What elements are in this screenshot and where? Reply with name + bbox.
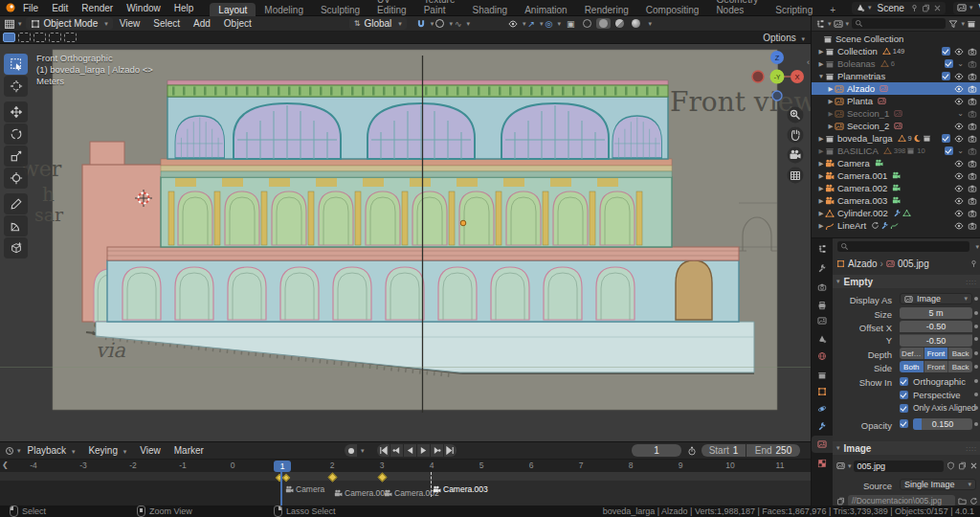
expand-icon[interactable]: ▶ — [827, 85, 835, 93]
tool-rotate[interactable] — [4, 124, 28, 145]
tab-collection[interactable] — [812, 367, 833, 384]
outliner-row-camera[interactable]: ▶ Camera — [812, 157, 980, 169]
play-reverse-button[interactable] — [404, 444, 416, 457]
exclude-checkbox[interactable] — [942, 134, 950, 143]
hide-eye-icon[interactable] — [954, 209, 964, 218]
outliner-row-alzado[interactable]: ▶ Alzado — [812, 82, 980, 95]
expand-icon[interactable]: ▶ — [827, 110, 835, 118]
tool-scale[interactable] — [4, 146, 28, 167]
tab-compositing[interactable]: Compositing — [637, 3, 708, 16]
outliner-row-seccion-2[interactable]: ▶ Seccion_2 — [812, 120, 980, 132]
exclude-checkbox[interactable] — [942, 72, 950, 80]
channel-expand-arrow[interactable]: ❮ — [2, 461, 9, 469]
expand-icon[interactable]: ▶ — [827, 123, 835, 130]
transform-orientation-dropdown[interactable]: ⇅ Global ▾ — [349, 17, 407, 30]
image-browse-icon[interactable] — [836, 461, 845, 470]
orthographic-toggle-button[interactable] — [788, 168, 804, 184]
overlays-icon[interactable]: ◎ — [546, 19, 553, 29]
tool-add-cube[interactable] — [4, 237, 28, 258]
animate-dot[interactable] — [974, 406, 978, 410]
open-folder-icon[interactable] — [958, 497, 967, 506]
axis-neg-z-ball[interactable] — [772, 91, 782, 101]
shading-solid-button[interactable] — [596, 18, 611, 29]
options-dropdown[interactable]: Options ▾ — [763, 33, 805, 43]
use-preview-range-button[interactable] — [685, 444, 698, 457]
menu-object[interactable]: Object — [217, 18, 258, 29]
render-visibility-icon[interactable] — [968, 184, 977, 193]
size-field[interactable]: 5 m — [900, 307, 972, 319]
outliner-row-planmetrias[interactable]: ▼ Planmetrias — [812, 70, 980, 82]
outliner-row-cylinder-002[interactable]: ▶ Cylinder.002 — [812, 207, 980, 219]
animate-dot[interactable] — [974, 365, 978, 369]
expand-icon[interactable]: ▶ — [817, 197, 825, 205]
duplicate-icon[interactable] — [958, 461, 967, 470]
hide-eye-icon[interactable] — [954, 184, 964, 193]
offset-x-field[interactable]: -0.50 — [900, 321, 972, 332]
menu-marker[interactable]: Marker — [167, 445, 211, 456]
fake-user-shield-icon[interactable] — [947, 461, 955, 470]
outliner-row-camera-003[interactable]: ▶ Camera.003 — [812, 194, 980, 207]
animate-dot[interactable] — [974, 379, 978, 383]
image-name-field[interactable]: 005.jpg — [854, 461, 944, 472]
opacity-checkbox[interactable] — [900, 419, 908, 428]
gizmos-icon[interactable]: ↗ — [527, 19, 535, 29]
timeline-track[interactable]: Camera Camera.001 Camera.002 Camera.003 — [0, 472, 811, 506]
render-visibility-icon[interactable] — [968, 159, 977, 169]
render-visibility-icon[interactable] — [968, 84, 977, 94]
tab-shading[interactable]: Shading — [463, 3, 516, 16]
prev-keyframe-button[interactable] — [390, 444, 403, 457]
sidebar-toggle-arrow[interactable]: ‹ — [807, 57, 810, 67]
new-collection-icon[interactable] — [967, 19, 976, 29]
expand-icon[interactable]: ▶ — [817, 135, 825, 143]
properties-options-icon[interactable]: ▾ — [975, 243, 979, 251]
shading-wireframe-button[interactable] — [580, 18, 594, 29]
tab-constraints[interactable] — [812, 417, 833, 435]
camera-view-button[interactable] — [788, 147, 804, 164]
render-visibility-icon[interactable] — [968, 209, 977, 218]
tool-measure[interactable] — [4, 215, 28, 236]
viewlayer-selector[interactable]: ▾ ViewLayer — [953, 2, 980, 14]
panel-header-image[interactable]: ▾Image :::: — [833, 441, 980, 456]
offset-y-field[interactable]: -0.50 — [900, 334, 972, 347]
timeline-editor-icon[interactable] — [5, 446, 14, 456]
render-visibility-icon[interactable] — [968, 146, 977, 156]
shading-material-button[interactable] — [612, 18, 627, 29]
xray-icon[interactable]: ▣ — [567, 19, 575, 29]
depth-back-button[interactable]: Back — [948, 348, 972, 359]
hide-eye-icon[interactable] — [954, 47, 964, 56]
render-visibility-icon[interactable] — [968, 122, 977, 131]
hidden-eye-icon[interactable]: ⌄ — [957, 111, 964, 117]
tab-view-layer[interactable] — [812, 312, 833, 329]
menu-select[interactable]: Select — [146, 18, 187, 29]
render-visibility-icon[interactable] — [968, 171, 977, 181]
outliner-row-boleanas[interactable]: ▶ Boleanas 6 ⌄ — [812, 57, 980, 70]
tab-sculpting[interactable]: Sculpting — [312, 3, 368, 16]
select-mode-extend[interactable] — [18, 33, 31, 42]
side-front-button[interactable]: Front — [924, 361, 949, 372]
add-workspace-button[interactable]: + — [821, 3, 844, 16]
render-visibility-icon[interactable] — [968, 97, 977, 106]
hide-eye-icon[interactable] — [954, 171, 964, 181]
tool-select-box[interactable] — [4, 54, 28, 75]
render-visibility-icon[interactable] — [968, 72, 977, 81]
hidden-eye-icon[interactable]: ⌄ — [957, 61, 964, 67]
menu-window[interactable]: Window — [120, 3, 167, 13]
expand-icon[interactable]: ▶ — [817, 222, 825, 230]
properties-editor-type-icon[interactable] — [812, 240, 833, 258]
start-frame-field[interactable]: Start1 — [702, 444, 746, 457]
proportional-edit-icon[interactable] — [435, 19, 444, 28]
tab-texture-paint[interactable]: Texture Paint — [415, 0, 464, 16]
play-button[interactable] — [417, 444, 430, 457]
only-axis-aligned-checkbox[interactable] — [900, 404, 908, 413]
facade-model[interactable] — [82, 80, 754, 372]
end-frame-field[interactable]: End250 — [746, 444, 800, 457]
pin-icon[interactable] — [910, 4, 919, 12]
tab-render[interactable] — [812, 279, 833, 296]
outliner-row-planta[interactable]: ▶ Planta — [812, 95, 980, 107]
timeline-ruler[interactable]: ❮ -4 -3 -2 -1 0 2 3 4 5 6 7 8 9 10 11 1 — [0, 460, 811, 472]
breadcrumb-object[interactable]: Alzado — [848, 258, 878, 269]
side-back-button[interactable]: Back — [948, 361, 972, 372]
zoom-button[interactable] — [788, 107, 804, 124]
tab-texture[interactable] — [812, 455, 833, 472]
playhead[interactable]: 1 — [274, 461, 291, 472]
